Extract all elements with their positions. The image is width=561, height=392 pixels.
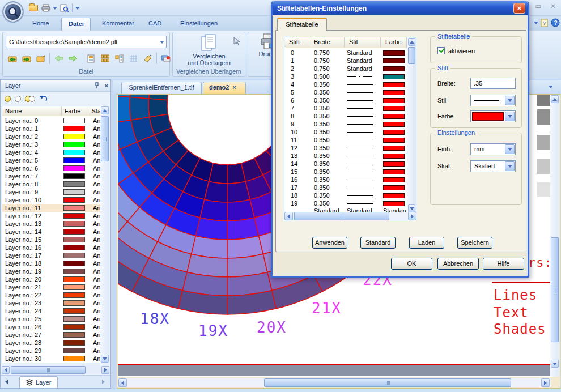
layer-row[interactable]: Layer no.: 5An [2, 156, 101, 164]
pen-table-row[interactable]: 10.750Standard [284, 57, 407, 65]
column-header-status[interactable]: Sta [88, 106, 101, 116]
abbrechen-button[interactable]: Abbrechen [437, 258, 479, 270]
layer-row[interactable]: Layer no.: 10An [2, 196, 101, 204]
pen-table-hscrollbar[interactable] [284, 212, 416, 221]
column-header-farbe[interactable]: Farbe [62, 106, 89, 116]
doc-tab-sprenkelentfernen[interactable]: SprenkelEntfernen_1.tif [121, 82, 202, 94]
doc-tab-demo2[interactable]: demo2 × [203, 82, 246, 94]
scroll-left-button[interactable] [284, 212, 293, 220]
scroll-thumb[interactable] [408, 47, 415, 64]
compare-files-button[interactable] [159, 52, 172, 65]
pen-table-row[interactable]: 100.350 [284, 128, 407, 136]
scroll-thumb[interactable] [264, 378, 511, 387]
close-window-button[interactable]: ✕ [547, 2, 559, 11]
column-header-name[interactable]: Name [2, 106, 62, 116]
pen-table-row[interactable]: 110.350 [284, 136, 407, 144]
layer-row[interactable]: Layer no.: 7An [2, 172, 101, 180]
speichern-button[interactable]: Speichern [457, 237, 492, 249]
layer-list-hscrollbar[interactable] [2, 365, 110, 374]
layer-row[interactable]: Layer no.: 12An [2, 212, 101, 220]
pen-table-row[interactable]: 80.350 [284, 112, 407, 120]
layer-row[interactable]: Layer no.: 30An [2, 355, 101, 363]
panel-tab-next-arrow[interactable] [102, 380, 105, 384]
pen-table-row[interactable]: 40.350 [284, 80, 407, 88]
layer-row[interactable]: Layer no.: 11An [2, 204, 101, 212]
pin-panel-icon[interactable] [94, 82, 100, 89]
nav-forward-button[interactable] [66, 52, 79, 65]
pen-table-row[interactable]: 00.750Standard [284, 49, 407, 57]
thumbnail-view-button[interactable] [99, 52, 112, 65]
layer-row[interactable]: Layer no.: 1An [2, 125, 101, 133]
scroll-right-button[interactable] [408, 212, 416, 220]
layer-row[interactable]: Layer no.: 15An [2, 236, 101, 244]
ribbon-options-arrow[interactable] [534, 22, 538, 24]
dialog-close-button[interactable]: × [513, 3, 525, 14]
open-file-button[interactable] [27, 2, 40, 14]
column-header-farbe[interactable]: Farbe [381, 37, 407, 48]
canvas-hscrollbar[interactable] [118, 378, 551, 387]
layer-row[interactable]: Layer no.: 13An [2, 220, 101, 228]
layer-row[interactable]: Layer no.: 24An [2, 307, 101, 315]
close-tab-icon[interactable]: × [232, 84, 236, 94]
skalierung-dropdown[interactable]: Skaliert [470, 160, 516, 172]
help-icon[interactable]: ? [551, 18, 560, 27]
pen-table-row[interactable]: 170.350 [284, 184, 407, 191]
pen-table-row[interactable]: 20.750Standard [284, 65, 407, 73]
scroll-down-button[interactable] [551, 360, 559, 368]
layer-row[interactable]: Layer no.: 27An [2, 331, 101, 339]
panel-tab-layer[interactable]: Layer [19, 376, 58, 388]
chevron-down-icon[interactable] [505, 161, 515, 171]
breite-input[interactable]: .35 [470, 78, 516, 89]
layer-row[interactable]: Layer no.: 20An [2, 275, 101, 283]
pen-table[interactable]: Stift Breite Stil Farbe 00.750Standard10… [284, 37, 416, 221]
layer-row[interactable]: Layer no.: 6An [2, 164, 101, 172]
print-button[interactable] [40, 2, 52, 14]
pen-table-row[interactable]: 160.350 [284, 176, 407, 184]
scroll-up-button[interactable] [551, 95, 559, 103]
file-path-combo[interactable]: G:\0atest\beispieke\Samples\demo2.plt [6, 36, 167, 48]
layer-row[interactable]: Layer no.: 26An [2, 323, 101, 331]
column-header-breite[interactable]: Breite [309, 37, 345, 48]
tab-cad[interactable]: CAD [142, 18, 164, 31]
scroll-right-button[interactable] [541, 378, 550, 387]
application-menu-button[interactable] [2, 1, 24, 23]
standard-button[interactable]: Standard [360, 237, 396, 249]
layer-row[interactable]: Layer no.: 25An [2, 315, 101, 323]
chevron-down-icon[interactable] [505, 112, 515, 121]
print-preview-button[interactable] [58, 2, 70, 14]
folder-up-button[interactable] [34, 52, 47, 65]
pen-table-row[interactable]: 140.350 [284, 160, 407, 168]
farbe-dropdown[interactable] [470, 110, 516, 122]
file-path-dropdown-arrow[interactable] [158, 36, 166, 48]
layer-row[interactable]: Layer no.: 29An [2, 347, 101, 355]
pen-table-row[interactable]: 70.350 [284, 104, 407, 112]
scroll-up-button[interactable] [101, 106, 109, 114]
layer-row[interactable]: Layer no.: 8An [2, 180, 101, 188]
scroll-thumb[interactable] [551, 237, 559, 342]
doc-view-button[interactable] [84, 52, 97, 65]
scroll-down-button[interactable] [101, 355, 109, 363]
scroll-thumb[interactable] [294, 212, 389, 220]
page-list-view-button[interactable] [113, 52, 126, 65]
scroll-thumb[interactable] [101, 116, 109, 161]
scroll-up-button[interactable] [408, 38, 415, 46]
layer-row[interactable]: Layer no.: 4An [2, 148, 101, 156]
layer-row[interactable]: Layer no.: 23An [2, 299, 101, 307]
einheit-dropdown[interactable]: mm [470, 143, 516, 155]
pen-table-row[interactable]: 50.350 [284, 88, 407, 96]
pen-table-row[interactable]: 180.350 [284, 191, 407, 199]
layer-row[interactable]: Layer no.: 2An [2, 133, 101, 140]
layer-row[interactable]: Layer no.: 22An [2, 291, 101, 299]
scroll-thumb[interactable] [11, 366, 86, 374]
pen-table-row[interactable]: 190.350 [284, 199, 407, 207]
pen-table-row[interactable]: 150.350 [284, 168, 407, 176]
pick-cursor-icon[interactable] [232, 37, 241, 47]
scroll-right-button[interactable] [101, 366, 109, 374]
layer-row[interactable]: Layer no.: 14An [2, 228, 101, 236]
layer-row[interactable]: Layer no.: 18An [2, 259, 101, 267]
scroll-down-button[interactable] [408, 204, 415, 212]
layer-row[interactable]: Layer no.: 17An [2, 252, 101, 259]
nav-back-button[interactable] [52, 52, 65, 65]
pen-table-row[interactable]: 30.500 [284, 73, 407, 80]
tab-datei[interactable]: Datei [61, 18, 91, 31]
